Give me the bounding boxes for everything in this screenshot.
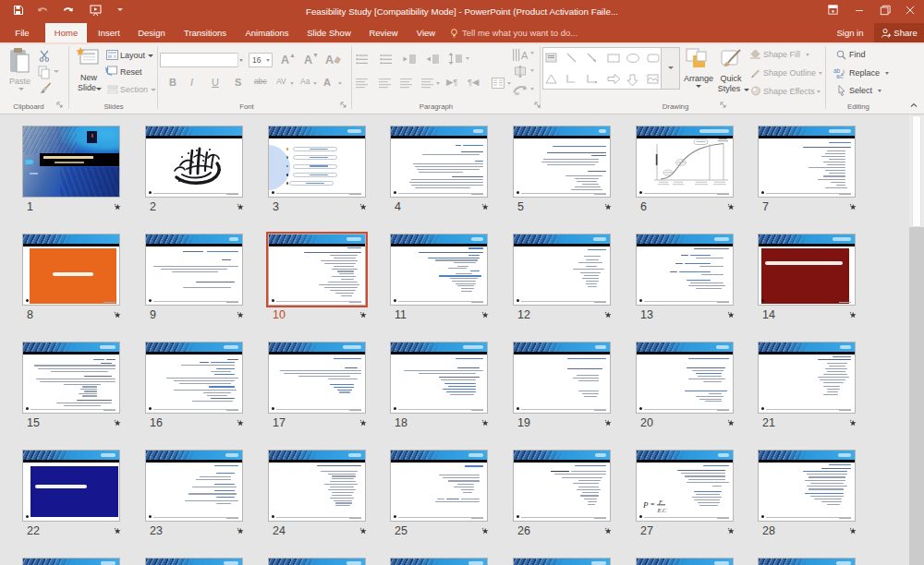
svg-text:E.C: E.C [657,507,668,513]
svg-text:P: P [643,500,649,510]
svg-text:A: A [521,50,529,61]
svg-text:F: F [658,499,663,505]
svg-text:=: = [650,500,655,509]
svg-text:ac: ac [836,74,844,79]
